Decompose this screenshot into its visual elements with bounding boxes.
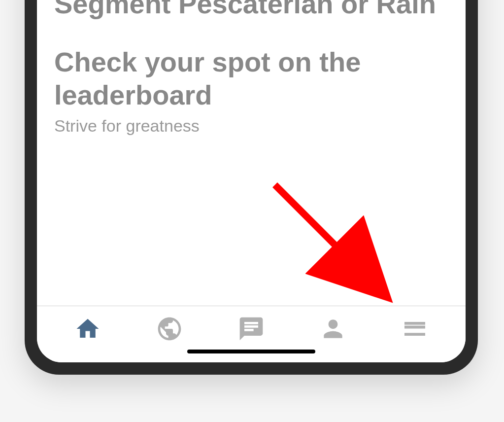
- chat-icon: [237, 315, 265, 345]
- subtext-strive: Strive for greatness: [54, 116, 448, 136]
- globe-icon: [156, 315, 183, 345]
- device-frame: Segment Cloudy and Pescaterian Segment P…: [25, 0, 478, 375]
- hamburger-icon: [401, 315, 429, 345]
- nav-profile[interactable]: [318, 315, 348, 345]
- heading-segment-pescaterian[interactable]: Segment Pescaterian or Rain: [54, 0, 448, 21]
- bottom-nav: [37, 306, 466, 362]
- nav-messages[interactable]: [236, 315, 266, 345]
- person-icon: [319, 315, 347, 345]
- content-area: Segment Cloudy and Pescaterian Segment P…: [37, 0, 466, 306]
- nav-menu[interactable]: [400, 315, 430, 345]
- home-icon: [74, 316, 101, 344]
- heading-leaderboard[interactable]: Check your spot on the leaderboard: [54, 45, 448, 111]
- home-indicator[interactable]: [187, 350, 315, 353]
- screen: Segment Cloudy and Pescaterian Segment P…: [37, 0, 466, 362]
- nav-explore[interactable]: [155, 315, 184, 345]
- nav-home[interactable]: [73, 315, 102, 345]
